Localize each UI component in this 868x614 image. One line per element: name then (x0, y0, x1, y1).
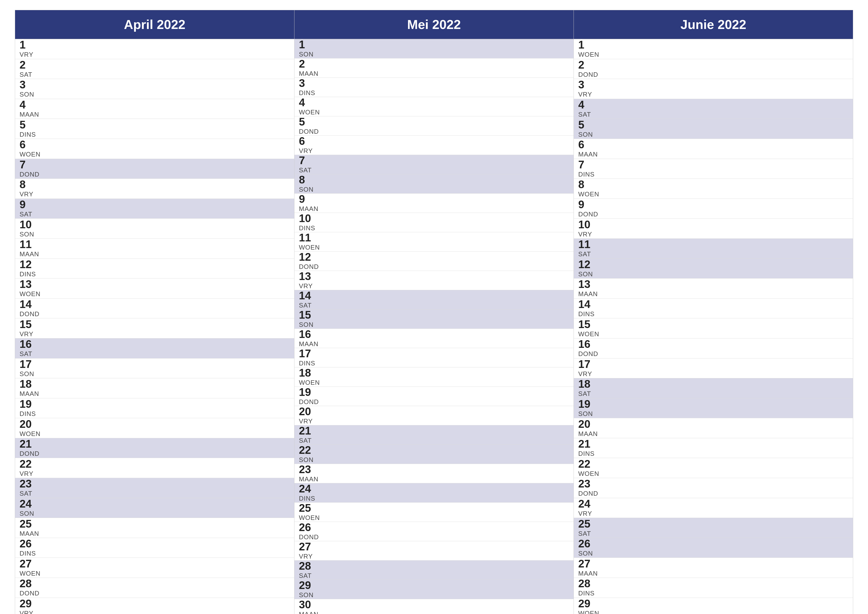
day-name: WOEN (578, 190, 599, 198)
day-number: 11 (20, 239, 39, 250)
day-cell: 13WOEN (20, 279, 40, 298)
day-number: 3 (578, 79, 595, 90)
day-name: VRY (299, 553, 316, 560)
day-row: 18SAT (574, 378, 853, 398)
day-cell: 1SON (299, 39, 316, 58)
day-number: 8 (20, 179, 37, 190)
day-cell: 16MAAN (299, 329, 318, 348)
day-cell: 24SON (20, 498, 37, 518)
day-row: 15SON (294, 309, 574, 329)
day-number: 30 (299, 599, 318, 610)
day-number: 17 (299, 348, 316, 359)
day-cell: 4WOEN (299, 97, 320, 116)
day-row: 25SAT (574, 518, 853, 538)
day-row: 2DOND (574, 59, 853, 79)
day-row: 3VRY (574, 79, 853, 99)
day-number: 28 (20, 578, 40, 589)
day-cell: 15WOEN (578, 319, 599, 338)
day-cell: 10SON (20, 219, 37, 238)
day-row: 7SAT (294, 155, 574, 174)
day-row: 14DOND (15, 298, 294, 319)
day-row: 25WOEN (294, 503, 574, 522)
day-number: 17 (20, 359, 37, 370)
day-number: 18 (20, 379, 39, 389)
day-cell: 23SAT (20, 478, 37, 497)
day-name: VRY (20, 470, 37, 477)
day-name: DOND (578, 350, 598, 358)
day-name: DINS (20, 131, 37, 138)
day-row: 12DOND (294, 252, 574, 271)
day-number: 23 (578, 478, 598, 489)
day-number: 9 (20, 199, 37, 210)
month-col-junie-2022: Junie 20221WOEN2DOND3VRY4SAT5SON6MAAN7DI… (574, 10, 853, 614)
day-name: DOND (578, 71, 598, 78)
day-number: 23 (20, 478, 37, 489)
day-row: 19DINS (15, 398, 294, 418)
day-row: 11WOEN (294, 232, 574, 252)
day-row: 20MAAN (574, 418, 853, 438)
day-number: 27 (299, 541, 316, 552)
day-row: 8SON (294, 174, 574, 194)
day-number: 21 (578, 438, 595, 449)
day-number: 23 (299, 464, 318, 475)
day-name: MAAN (578, 151, 598, 158)
day-cell: 17DINS (299, 348, 316, 367)
day-cell: 1WOEN (578, 39, 599, 58)
day-name: SON (20, 91, 37, 98)
day-cell: 15VRY (20, 319, 37, 338)
day-row: 5DINS (15, 119, 294, 139)
day-number: 3 (299, 78, 316, 89)
day-name: MAAN (299, 205, 318, 213)
day-row: 1VRY (15, 39, 294, 59)
day-cell: 20WOEN (20, 419, 40, 438)
day-row: 18WOEN (294, 367, 574, 387)
day-name: WOEN (578, 609, 599, 614)
day-name: WOEN (578, 51, 599, 58)
day-cell: 25MAAN (20, 518, 39, 538)
day-row: 7DINS (574, 159, 853, 179)
day-row: 27MAAN (574, 558, 853, 578)
day-number: 13 (299, 271, 316, 282)
day-row: 20WOEN (15, 418, 294, 438)
day-name: DOND (299, 398, 319, 406)
day-row: 26DOND (294, 522, 574, 541)
day-row: 23SAT (15, 478, 294, 498)
day-row: 12SON (574, 259, 853, 279)
day-name: SON (299, 51, 316, 58)
day-row: 28DINS (574, 578, 853, 598)
day-name: MAAN (578, 430, 598, 438)
days-list-junie-2022: 1WOEN2DOND3VRY4SAT5SON6MAAN7DINS8WOEN9DO… (574, 39, 853, 614)
day-name: MAAN (20, 530, 39, 538)
day-row: 10VRY (574, 219, 853, 239)
day-name: WOEN (299, 379, 320, 387)
day-name: SON (20, 370, 37, 378)
day-row: 9SAT (15, 199, 294, 219)
day-name: SAT (578, 530, 595, 538)
day-cell: 26DINS (20, 538, 37, 557)
day-row: 3SON (15, 79, 294, 99)
day-row: 27WOEN (15, 558, 294, 578)
day-cell: 28DOND (20, 578, 40, 597)
day-row: 29SON (294, 580, 574, 599)
day-row: 11SAT (574, 239, 853, 259)
day-number: 11 (299, 232, 320, 243)
day-number: 22 (578, 459, 599, 469)
day-name: SAT (299, 302, 316, 309)
day-number: 26 (578, 538, 595, 549)
day-name: VRY (20, 330, 37, 338)
day-cell: 21DINS (578, 438, 595, 457)
day-row: 6MAAN (574, 139, 853, 159)
day-cell: 11MAAN (20, 239, 39, 258)
day-row: 24VRY (574, 498, 853, 518)
day-cell: 28DINS (578, 578, 595, 597)
day-cell: 3DINS (299, 78, 316, 97)
day-row: 21DINS (574, 438, 853, 458)
day-name: VRY (299, 282, 316, 290)
day-cell: 8SON (299, 174, 316, 193)
day-row: 11MAAN (15, 239, 294, 259)
day-row: 27VRY (294, 541, 574, 561)
day-row: 10DINS (294, 213, 574, 232)
day-number: 22 (20, 459, 37, 469)
day-number: 1 (578, 39, 599, 50)
day-number: 28 (299, 561, 316, 571)
